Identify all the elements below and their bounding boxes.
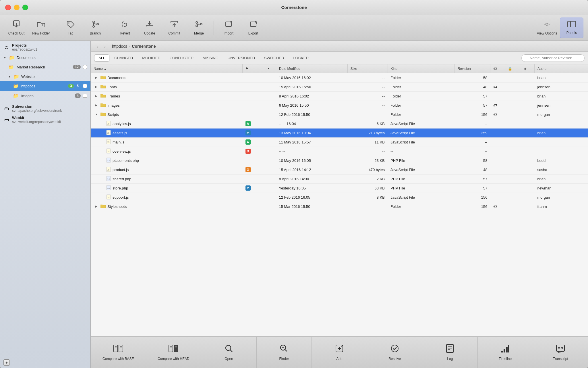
view-options-button[interactable]: View Options — [535, 18, 559, 38]
maximize-button[interactable] — [22, 5, 28, 10]
table-row[interactable]: PHPplacements.php10 May 2016 16:0523 KBP… — [91, 156, 588, 165]
table-row[interactable]: JSoverview.jsD-- -------- — [91, 147, 588, 156]
folder-arrow-icon[interactable]: ▶ — [95, 85, 99, 88]
sidebar-item-httpdocs[interactable]: 📁 httpdocs 3 5 — [0, 81, 90, 91]
compare-base-button[interactable]: Compare with BASE — [91, 337, 146, 368]
forward-button[interactable]: › — [102, 43, 108, 49]
col-size[interactable]: Size — [347, 64, 388, 73]
file-size-cell: 23 KB — [347, 156, 388, 165]
add-repository-button[interactable]: + — [3, 359, 10, 366]
table-row[interactable]: ▶Images6 May 2016 15:50--Folder57🏷jennse… — [91, 101, 588, 110]
table-row[interactable]: ▶Fonts15 April 2016 15:50--Folder48🏷jenn… — [91, 82, 588, 91]
timeline-button[interactable]: Timeline — [478, 337, 533, 368]
check-out-button[interactable]: Check Out — [5, 18, 28, 38]
tag-button[interactable]: Tag — [59, 18, 82, 38]
table-row[interactable]: ▶Stylesheets15 Mar 2016 15:50--Folder156… — [91, 202, 588, 211]
file-name-cell: JSproduct.js — [94, 167, 240, 173]
table-row[interactable]: ▶Documents10 May 2016 16:02--Folder58bri… — [91, 73, 588, 82]
merge-button[interactable]: Merge — [187, 18, 211, 38]
sidebar-item-images[interactable]: 📁 Images 4 — [0, 91, 90, 101]
file-revision-cell: 57 — [454, 91, 490, 101]
file-flag1-cell — [490, 183, 505, 193]
website-triangle-icon: ▼ — [8, 75, 11, 78]
file-kind-cell: JavaScript File — [388, 193, 454, 202]
table-row[interactable]: ▶Frames8 April 2016 16:02--Folder57brian — [91, 91, 588, 101]
revert-button[interactable]: Revert — [113, 18, 137, 38]
export-button[interactable]: Export — [241, 18, 265, 38]
col-author[interactable]: Author — [534, 64, 588, 73]
folder-arrow-icon[interactable]: ▶ — [95, 104, 99, 107]
images-checkbox[interactable] — [83, 94, 87, 98]
import-button[interactable]: Import — [217, 18, 240, 38]
table-row[interactable]: PHPshared.php8 April 2016 14:302 KBPHP F… — [91, 174, 588, 183]
file-flag3-cell — [521, 128, 535, 137]
filter-unversioned-button[interactable]: UNVERSIONED — [223, 54, 259, 62]
add-button[interactable]: Add — [312, 337, 367, 368]
transcript-button[interactable]: Transcript — [533, 337, 588, 368]
branch-button[interactable]: Branch — [84, 18, 107, 38]
toolbar-right: View Options Panels — [535, 18, 583, 38]
file-date-cell: 10 May 2016 16:02 — [276, 73, 347, 82]
svg-text:JS: JS — [107, 141, 110, 143]
file-size-cell: 470 bytes — [347, 165, 388, 174]
filter-conflicted-button[interactable]: CONFLICTED — [165, 54, 198, 62]
sidebar-documents-group[interactable]: ▼ 📁 Documents — [0, 53, 90, 62]
file-name-cell: ▶Fonts — [94, 84, 240, 90]
filter-all-button[interactable]: ALL — [94, 54, 109, 62]
compare-head-button[interactable]: Compare with HEAD — [146, 337, 202, 368]
col-revision[interactable]: Revision — [454, 64, 490, 73]
commit-button[interactable]: Commit — [163, 18, 186, 38]
market-research-checkbox[interactable] — [83, 65, 87, 69]
log-label: Log — [447, 357, 453, 361]
breadcrumb-httpdocs[interactable]: httpdocs — [112, 44, 127, 49]
col-date[interactable]: Date Modified — [276, 64, 347, 73]
httpdocs-checkbox[interactable] — [83, 84, 87, 88]
minimize-button[interactable] — [14, 5, 20, 10]
filter-changed-button[interactable]: CHANGED — [110, 54, 137, 62]
folder-arrow-icon[interactable]: ▶ — [95, 95, 99, 97]
table-row[interactable]: JSassets.jsM13 May 2016 10:04213 bytesJa… — [91, 128, 588, 137]
col-name[interactable]: Name ▲ — [91, 64, 243, 73]
search-input[interactable] — [521, 54, 585, 62]
new-folder-button[interactable]: New Folder — [29, 18, 53, 38]
filter-modified-button[interactable]: MODIFIED — [138, 54, 165, 62]
filter-switched-button[interactable]: SWITCHED — [260, 54, 288, 62]
file-date-cell: 12 Feb 2016 16:05 — [276, 193, 347, 202]
back-button[interactable]: ‹ — [94, 43, 100, 49]
folder-arrow-icon[interactable]: ▼ — [95, 113, 99, 116]
col-kind[interactable]: Kind — [388, 64, 454, 73]
sidebar-item-webkit[interactable]: 🗃 Webkit svn.webkit.org/repository/webki… — [0, 114, 90, 125]
file-status-cell: D — [243, 147, 265, 156]
table-row[interactable]: PHPstore.phpMYesterday 16:0563 KBPHP Fil… — [91, 183, 588, 193]
filter-missing-button[interactable]: MISSING — [198, 54, 223, 62]
panels-label: Panels — [566, 31, 577, 35]
close-button[interactable] — [5, 5, 11, 10]
update-button[interactable]: Update — [138, 18, 161, 38]
log-button[interactable]: Log — [422, 337, 478, 368]
file-status-cell — [243, 91, 265, 101]
table-row[interactable]: ▼Scripts12 Feb 2016 15:50--Folder156🏷mor… — [91, 110, 588, 119]
table-row[interactable]: JSsupport.js12 Feb 2016 16:058 KBJavaScr… — [91, 193, 588, 202]
table-row[interactable]: JSproduct.jsQ15 April 2016 14:12470 byte… — [91, 165, 588, 174]
finder-button[interactable]: Finder — [257, 337, 312, 368]
panels-button[interactable]: Panels — [560, 18, 583, 38]
sidebar-item-projects[interactable]: 🗂 Projects eos/repos/zw-01 — [0, 41, 90, 53]
resolve-button[interactable]: Resolve — [367, 337, 423, 368]
folder-arrow-icon[interactable]: ▶ — [95, 76, 99, 79]
file-kind-cell: Folder — [388, 73, 454, 82]
file-name-text: main.js — [113, 140, 124, 144]
filter-locked-button[interactable]: LOCKED — [289, 54, 313, 62]
open-button[interactable]: Open — [201, 337, 257, 368]
sidebar-item-market-research[interactable]: 📁 Market Research 12 — [0, 62, 90, 72]
file-author-cell: brian — [534, 91, 588, 101]
httpdocs-badge-3: 3 — [68, 84, 74, 88]
folder-arrow-icon[interactable]: ▶ — [95, 205, 99, 208]
file-name-cell: ▶Documents — [94, 75, 240, 80]
file-author-cell: brian — [534, 128, 588, 137]
sidebar-item-subversion[interactable]: 🗃 Subversion svn.apache.org/subversion/t… — [0, 103, 90, 114]
file-name-text: Fonts — [107, 85, 117, 89]
projects-icon: 🗂 — [3, 44, 10, 51]
table-row[interactable]: JSanalytics.jsA-- 16:046 KBJavaScript Fi… — [91, 119, 588, 128]
sidebar-website-group[interactable]: ▼ 📁 Website — [0, 72, 90, 81]
table-row[interactable]: JSmain.jsA11 May 2016 15:5711 KBJavaScri… — [91, 137, 588, 147]
